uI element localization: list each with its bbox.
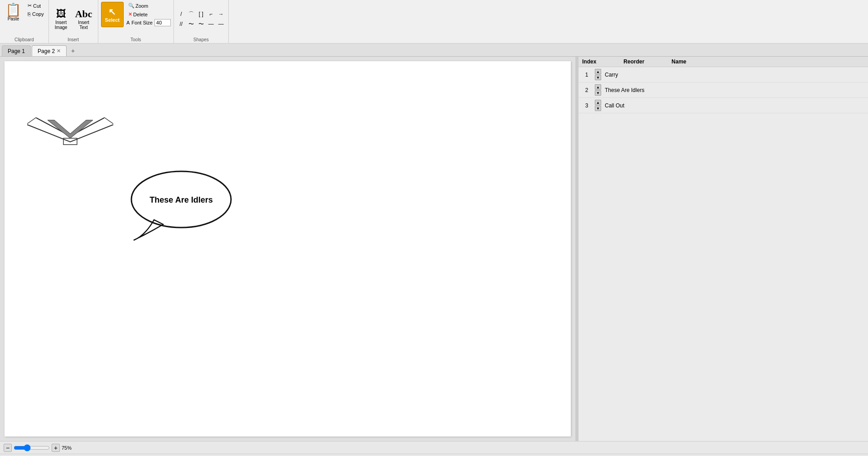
layer-2-name: These Are Idlers bbox=[605, 87, 864, 93]
shape-line-btn[interactable]: / bbox=[177, 10, 186, 19]
insert-text-button[interactable]: Abc InsertText bbox=[72, 6, 95, 32]
select-label: Select bbox=[105, 17, 120, 23]
shape-dash-btn[interactable]: — bbox=[207, 19, 216, 29]
layer-2-reorder: ▲ ▼ bbox=[595, 84, 601, 96]
chevron-shape[interactable] bbox=[23, 111, 118, 149]
layer-1-up-btn[interactable]: ▲ bbox=[595, 69, 601, 74]
insert-section: 🖼 InsertImage Abc InsertText Insert bbox=[49, 0, 98, 43]
shape-wave-btn[interactable]: 〜 bbox=[187, 19, 196, 29]
right-panel: Index Reorder Name 1 ▲ ▼ Carry 2 ▲ ▼ bbox=[578, 57, 868, 441]
insert-label: Insert bbox=[68, 37, 79, 42]
shape-arrow-btn[interactable]: → bbox=[217, 10, 226, 19]
canvas-area[interactable]: These Are Idlers bbox=[0, 57, 575, 441]
layer-2-index: 2 bbox=[582, 87, 591, 93]
clipboard-section: 📋 Paste ✂ Cut ⎘ Copy Clipboard bbox=[0, 0, 49, 43]
layer-1-index: 1 bbox=[582, 72, 591, 78]
shape-rounded-btn[interactable]: ⌐ bbox=[207, 10, 216, 19]
shape-dash2-btn[interactable]: — bbox=[217, 19, 226, 29]
layer-1-reorder: ▲ ▼ bbox=[595, 69, 601, 80]
main-layout: These Are Idlers Index Reorder Name 1 ▲ … bbox=[0, 57, 868, 441]
paste-button[interactable]: 📋 Paste bbox=[3, 2, 24, 23]
cut-copy-column: ✂ Cut ⎘ Copy bbox=[26, 2, 46, 18]
font-size-input[interactable] bbox=[154, 19, 171, 26]
tabs-bar: Page 1 Page 2 ✕ + bbox=[0, 44, 868, 57]
layers-panel: Index Reorder Name 1 ▲ ▼ Carry 2 ▲ ▼ bbox=[579, 57, 868, 441]
insert-image-button[interactable]: 🖼 InsertImage bbox=[52, 6, 71, 32]
clipboard-label: Clipboard bbox=[14, 37, 34, 42]
chevron-svg bbox=[23, 111, 118, 147]
shapes-grid: / ⌒ [ ] ⌐ → // 〜 〜 — — bbox=[177, 10, 226, 29]
delete-button[interactable]: ✕ Delete bbox=[126, 10, 171, 18]
layers-name-header: Name bbox=[671, 58, 686, 65]
tools-section: ↖ Select 🔍 Zoom ✕ Delete A Font Size bbox=[98, 0, 174, 43]
layer-row-1: 1 ▲ ▼ Carry bbox=[579, 67, 868, 82]
zoom-slider[interactable] bbox=[14, 444, 50, 451]
shapes-label: Shapes bbox=[193, 37, 209, 42]
delete-icon: ✕ bbox=[128, 11, 132, 17]
layer-3-reorder: ▲ ▼ bbox=[595, 100, 601, 111]
paste-label: Paste bbox=[8, 16, 19, 21]
paste-icon: 📋 bbox=[5, 4, 21, 16]
zoom-out-button[interactable]: − bbox=[4, 444, 12, 452]
layer-row-2: 2 ▲ ▼ These Are Idlers bbox=[579, 82, 868, 98]
zoom-in-button[interactable]: + bbox=[52, 444, 60, 452]
scissors-icon: ✂ bbox=[28, 3, 32, 9]
zoom-icon: 🔍 bbox=[128, 3, 135, 9]
select-button[interactable]: ↖ Select bbox=[101, 2, 124, 27]
select-icon: ↖ bbox=[108, 6, 116, 17]
layers-header: Index Reorder Name bbox=[579, 57, 868, 67]
toolbar: 📋 Paste ✂ Cut ⎘ Copy Clipboard 🖼 InsertI… bbox=[0, 0, 868, 44]
tab-page1[interactable]: Page 1 bbox=[2, 45, 31, 56]
callout-shape[interactable]: These Are Idlers bbox=[127, 165, 236, 244]
shape-rect-btn[interactable]: [ ] bbox=[197, 10, 206, 19]
font-size-row: A Font Size bbox=[126, 19, 171, 26]
callout-svg: These Are Idlers bbox=[127, 165, 236, 243]
layers-reorder-header: Reorder bbox=[623, 58, 644, 65]
layer-3-down-btn[interactable]: ▼ bbox=[595, 106, 601, 111]
layer-1-down-btn[interactable]: ▼ bbox=[595, 75, 601, 80]
layer-row-3: 3 ▲ ▼ Call Out bbox=[579, 98, 868, 113]
copy-label: Copy bbox=[32, 11, 44, 17]
tools-label: Tools bbox=[130, 37, 141, 42]
tab-page2-label: Page 2 bbox=[38, 48, 55, 54]
layer-2-down-btn[interactable]: ▼ bbox=[595, 90, 601, 96]
delete-label: Delete bbox=[133, 12, 148, 17]
layer-3-index: 3 bbox=[582, 102, 591, 109]
font-size-label: Font Size bbox=[131, 20, 152, 25]
tab-add-button[interactable]: + bbox=[68, 45, 78, 56]
tab-page1-label: Page 1 bbox=[8, 48, 25, 54]
shape-arc-btn[interactable]: ⌒ bbox=[187, 10, 196, 19]
layer-1-name: Carry bbox=[605, 72, 864, 78]
layer-2-up-btn[interactable]: ▲ bbox=[595, 84, 601, 90]
layers-index-header: Index bbox=[582, 58, 596, 65]
shape-wave2-btn[interactable]: 〜 bbox=[197, 19, 206, 29]
cut-button[interactable]: ✂ Cut bbox=[26, 2, 46, 10]
shapes-section: / ⌒ [ ] ⌐ → // 〜 〜 — — Shapes bbox=[174, 0, 229, 43]
insert-text-label: InsertText bbox=[78, 20, 89, 30]
layer-3-up-btn[interactable]: ▲ bbox=[595, 100, 601, 105]
bottom-bar: Save Cancel bbox=[0, 454, 868, 456]
copy-button[interactable]: ⎘ Copy bbox=[26, 10, 46, 18]
tab-page2[interactable]: Page 2 ✕ bbox=[32, 45, 67, 56]
font-size-icon: A bbox=[126, 20, 130, 25]
layer-3-name: Call Out bbox=[605, 102, 864, 109]
zoom-button[interactable]: 🔍 Zoom bbox=[126, 2, 171, 10]
cut-label: Cut bbox=[33, 3, 41, 9]
zoom-controls: − + 75% bbox=[4, 444, 72, 452]
copy-icon: ⎘ bbox=[28, 11, 31, 17]
shape-diag-btn[interactable]: // bbox=[177, 19, 186, 29]
canvas-page: These Are Idlers bbox=[5, 61, 571, 437]
image-icon: 🖼 bbox=[56, 8, 66, 20]
zoom-delete-column: 🔍 Zoom ✕ Delete A Font Size bbox=[126, 2, 171, 26]
zoom-label: Zoom bbox=[135, 3, 148, 9]
text-icon: Abc bbox=[75, 8, 92, 20]
insert-image-label: InsertImage bbox=[55, 20, 68, 30]
zoom-percent-label: 75% bbox=[62, 445, 72, 451]
tab-page2-close[interactable]: ✕ bbox=[57, 48, 61, 54]
svg-text:These Are Idlers: These Are Idlers bbox=[149, 195, 212, 204]
status-bar: − + 75% bbox=[0, 441, 868, 454]
